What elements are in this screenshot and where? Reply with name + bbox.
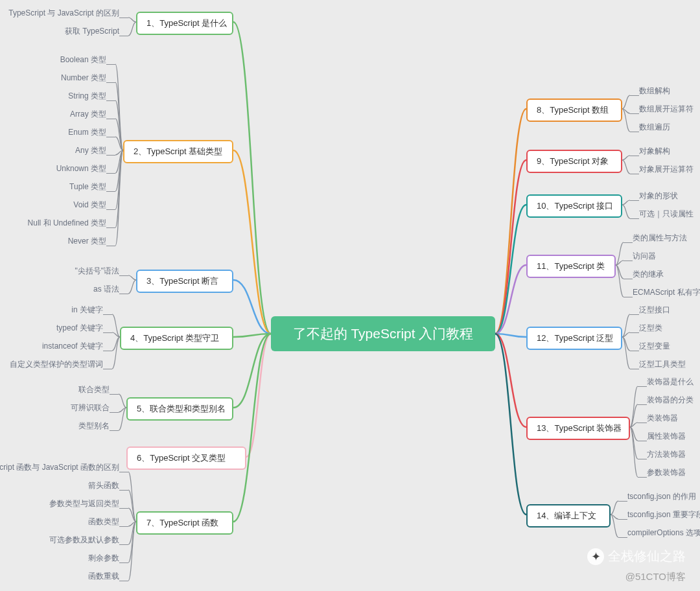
leaf-node[interactable]: 泛型接口 <box>639 305 670 316</box>
leaf-node[interactable]: 对象的形状 <box>639 191 678 202</box>
topic-node[interactable]: 10、TypeScript 接口 <box>526 194 622 218</box>
leaf-node[interactable]: Enum 类型 <box>68 127 106 138</box>
leaf-node[interactable]: ECMAScript 私有字段 <box>633 287 700 298</box>
topic-node[interactable]: 5、联合类型和类型别名 <box>126 397 233 421</box>
leaf-node[interactable]: 函数类型 <box>88 516 119 527</box>
topic-node[interactable]: 14、编译上下文 <box>526 504 611 527</box>
leaf-node[interactable]: 参数装饰器 <box>647 467 686 478</box>
watermark-site: @51CTO博客 <box>625 571 686 583</box>
leaf-node[interactable]: 函数重载 <box>88 571 119 582</box>
leaf-node[interactable]: typeof 关键字 <box>56 323 103 334</box>
leaf-node[interactable]: Array 类型 <box>70 109 106 120</box>
leaf-node[interactable]: 获取 TypeScript <box>65 26 119 37</box>
leaf-node[interactable]: Null 和 Undefined 类型 <box>28 218 106 229</box>
topic-node[interactable]: 11、TypeScript 类 <box>526 255 616 278</box>
leaf-node[interactable]: 可辨识联合 <box>71 402 110 413</box>
leaf-node[interactable]: 装饰器是什么 <box>647 377 694 388</box>
leaf-node[interactable]: 泛型类 <box>639 323 662 334</box>
leaf-node[interactable]: 对象解构 <box>639 146 670 157</box>
leaf-node[interactable]: 数组解构 <box>639 86 670 97</box>
leaf-node[interactable]: 剩余参数 <box>88 553 119 564</box>
topic-node[interactable]: 4、TypeScript 类型守卫 <box>120 327 233 350</box>
leaf-node[interactable]: 类装饰器 <box>647 413 678 424</box>
topic-node[interactable]: 1、TypeScript 是什么 <box>136 12 233 35</box>
center-node: 了不起的 TypeScript 入门教程 <box>271 316 495 351</box>
topic-node[interactable]: 2、TypeScript 基础类型 <box>123 140 233 163</box>
wechat-icon: ✦ <box>587 548 604 565</box>
leaf-node[interactable]: Unknown 类型 <box>56 163 106 174</box>
leaf-node[interactable]: TypeScript 与 JavaScript 的区别 <box>8 8 119 19</box>
leaf-node[interactable]: 泛型变量 <box>639 341 670 352</box>
leaf-node[interactable]: 类的继承 <box>633 269 664 280</box>
topic-node[interactable]: 13、TypeScript 装饰器 <box>526 417 630 440</box>
leaf-node[interactable]: instanceof 关键字 <box>42 341 103 352</box>
leaf-node[interactable]: compilerOptions 选项 <box>627 527 700 539</box>
leaf-node[interactable]: 联合类型 <box>78 384 110 395</box>
leaf-node[interactable]: 类的属性与方法 <box>633 233 687 244</box>
topic-node[interactable]: 9、TypeScript 对象 <box>526 150 622 173</box>
leaf-node[interactable]: 参数类型与返回类型 <box>49 498 119 509</box>
leaf-node[interactable]: 访问器 <box>633 251 656 262</box>
topic-node[interactable]: 8、TypeScript 数组 <box>526 98 622 122</box>
leaf-node[interactable]: 装饰器的分类 <box>647 395 694 406</box>
watermark-author: ✦ 全栈修仙之路 <box>587 548 686 565</box>
leaf-node[interactable]: 数组遍历 <box>639 122 670 133</box>
leaf-node[interactable]: 属性装饰器 <box>647 431 686 442</box>
leaf-node[interactable]: 类型别名 <box>78 421 110 432</box>
leaf-node[interactable]: 方法装饰器 <box>647 449 686 460</box>
leaf-node[interactable]: 可选｜只读属性 <box>639 209 694 220</box>
leaf-node[interactable]: tsconfig.json 的作用 <box>627 491 696 502</box>
leaf-node[interactable]: Any 类型 <box>75 145 106 156</box>
topic-node[interactable]: 7、TypeScript 函数 <box>136 511 233 535</box>
topic-node[interactable]: 6、TypeScript 交叉类型 <box>126 446 246 470</box>
leaf-node[interactable]: 泛型工具类型 <box>639 359 686 370</box>
leaf-node[interactable]: Never 类型 <box>68 236 106 247</box>
leaf-node[interactable]: 可选参数及默认参数 <box>49 535 119 546</box>
leaf-node[interactable]: as 语法 <box>93 284 119 295</box>
leaf-node[interactable]: 对象展开运算符 <box>639 164 694 175</box>
leaf-node[interactable]: Boolean 类型 <box>60 54 106 65</box>
leaf-node[interactable]: 自定义类型保护的类型谓词 <box>10 359 103 370</box>
leaf-node[interactable]: TypeScript 函数与 JavaScript 函数的区别 <box>0 462 119 473</box>
leaf-node[interactable]: Void 类型 <box>73 200 106 211</box>
leaf-node[interactable]: tsconfig.json 重要字段 <box>627 509 700 520</box>
topic-node[interactable]: 12、TypeScript 泛型 <box>526 327 622 350</box>
topic-node[interactable]: 3、TypeScript 断言 <box>136 270 233 293</box>
leaf-node[interactable]: "尖括号"语法 <box>75 266 119 277</box>
leaf-node[interactable]: Tuple 类型 <box>69 181 106 192</box>
leaf-node[interactable]: 数组展开运算符 <box>639 104 694 115</box>
leaf-node[interactable]: 箭头函数 <box>88 480 119 491</box>
leaf-node[interactable]: String 类型 <box>68 91 106 102</box>
leaf-node[interactable]: Number 类型 <box>61 73 106 84</box>
leaf-node[interactable]: in 关键字 <box>71 305 103 316</box>
